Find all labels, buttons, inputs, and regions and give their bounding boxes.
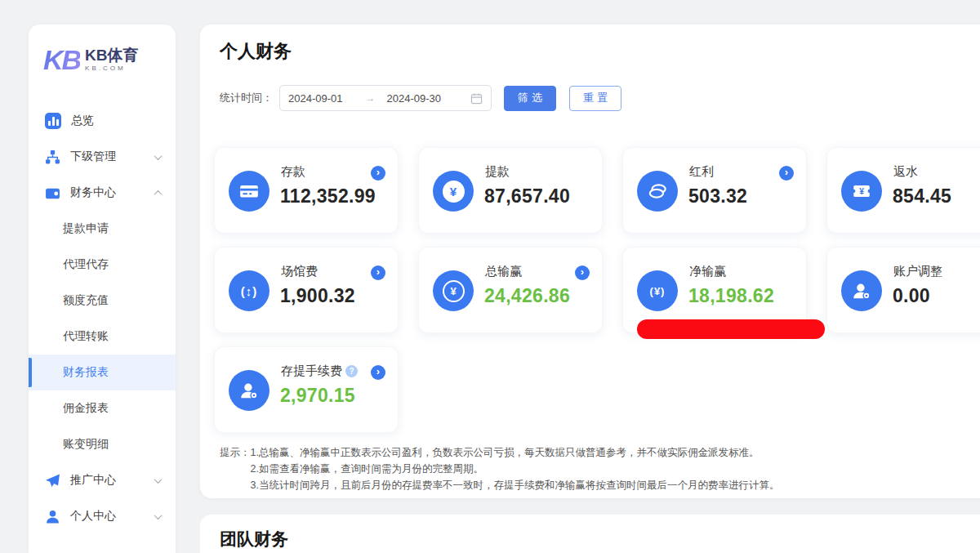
sidebar-item-finance-report-active[interactable]: 财务报表	[29, 355, 176, 390]
brand-name: KB体育	[85, 47, 138, 65]
card-account-adjustment[interactable]: 账户调整 0.00	[826, 247, 980, 333]
coins-icon	[637, 171, 678, 212]
sidebar-item-account-changes[interactable]: 账变明细	[29, 426, 176, 462]
stat-cards-grid: 存款 › 112,352.99 ¥ 提款 87,657.40 红利 › 503.…	[214, 147, 980, 433]
card-value: 112,352.99	[280, 185, 376, 207]
card-label: 红利	[689, 164, 714, 180]
tips-line-2: 2.如需查看净输赢，查询时间需为月份的完整周期。	[251, 461, 780, 477]
arrow-right-icon[interactable]: ›	[575, 265, 590, 280]
sidebar-item-label: 佣金报表	[63, 401, 109, 416]
filter-row: 统计时间： 2024-09-01 → 2024-09-30 筛选 重置	[220, 85, 621, 111]
card-label: 账户调整	[893, 264, 942, 279]
card-venue-fee[interactable]: (↕) 场馆费 › 1,900.32	[214, 247, 399, 333]
sidebar-item-label: 代理转账	[63, 329, 109, 344]
sidebar-menu: 总览 下级管理 财务中心 提款申请 代理代存 额	[29, 103, 176, 534]
calendar-icon[interactable]	[470, 92, 483, 105]
card-rebate[interactable]: ¥ 返水 854.45	[826, 147, 980, 234]
card-total-winloss[interactable]: ¥ 总输赢 › 24,426.86	[418, 247, 603, 333]
bar-chart-icon	[45, 113, 61, 129]
net-winloss-icon: (¥)	[637, 270, 678, 311]
sidebar-item-label: 额度充值	[63, 293, 109, 308]
venue-fee-icon: (↕)	[229, 270, 270, 311]
sidebar-item-label: 财务中心	[70, 185, 116, 200]
sidebar-item-agent-deposit[interactable]: 代理代存	[29, 247, 176, 283]
card-label: 净输赢	[689, 264, 726, 279]
card-value: 24,426.86	[484, 285, 570, 307]
org-tree-icon	[45, 149, 60, 165]
sidebar-item-label: 财务报表	[63, 365, 109, 380]
coin-ring-yen-icon: ¥	[433, 270, 474, 311]
arrow-right-icon[interactable]: ›	[371, 365, 385, 380]
reset-button[interactable]: 重置	[569, 86, 621, 111]
user-gear-icon	[229, 370, 270, 411]
sidebar-item-label: 提款申请	[63, 221, 109, 236]
card-transaction-fee[interactable]: 存提手续费 ? › 2,970.15	[214, 346, 399, 433]
card-bonus[interactable]: 红利 › 503.32	[622, 147, 807, 234]
date-range-picker[interactable]: 2024-09-01 → 2024-09-30	[279, 85, 492, 111]
end-date-value[interactable]: 2024-09-30	[387, 92, 442, 105]
sidebar-item-overview[interactable]: 总览	[29, 103, 176, 139]
sidebar-item-label: 个人中心	[70, 509, 116, 524]
card-label: 返水	[893, 164, 918, 180]
arrow-right-icon[interactable]: ›	[371, 265, 385, 280]
sidebar-item-label: 推广中心	[70, 473, 116, 488]
help-question-icon[interactable]: ?	[345, 365, 358, 377]
card-deposit[interactable]: 存款 › 112,352.99	[214, 147, 399, 234]
sidebar-item-promotion-center[interactable]: 推广中心	[29, 462, 176, 498]
sidebar-item-commission-report[interactable]: 佣金报表	[29, 390, 176, 426]
arrow-right-icon[interactable]: ›	[371, 166, 385, 181]
card-value: 87,657.40	[484, 185, 570, 207]
sidebar-item-label: 账变明细	[63, 437, 109, 452]
card-value: 0.00	[893, 285, 930, 307]
tips-line-1: 1.总输赢、净输赢中正数表示公司盈利，负数表示公司亏损，每天数据只做普通参考，并…	[251, 444, 780, 461]
card-value: 2,970.15	[280, 385, 355, 407]
tips-prefix: 提示：	[220, 444, 251, 493]
chevron-up-icon	[154, 190, 163, 198]
kb-logo-icon: KB	[43, 46, 80, 74]
sidebar-item-label: 下级管理	[70, 149, 116, 164]
svg-text:¥: ¥	[859, 187, 864, 196]
card-value: 18,198.62	[688, 285, 774, 307]
chevron-down-icon	[154, 152, 163, 160]
arrow-right-icon[interactable]: ›	[779, 166, 794, 181]
tips-line-3: 3.当统计时间跨月，且前后月份的存提费率不一致时，存提手续费和净输赢将按查询时间…	[251, 477, 780, 493]
card-label: 存款	[281, 164, 305, 180]
red-highlight-marker	[637, 319, 825, 339]
user-gear-icon	[841, 270, 882, 311]
team-finance-panel: 团队财务	[200, 515, 980, 553]
sidebar-item-agent-transfer[interactable]: 代理转账	[29, 319, 176, 355]
sidebar-item-label: 总览	[71, 114, 94, 128]
sidebar: KB KB体育 KB.COM 总览 下级管理 财务中心	[29, 25, 176, 553]
team-section-title: 团队财务	[220, 528, 288, 551]
paper-plane-icon	[45, 473, 60, 488]
sidebar-item-personal-center[interactable]: 个人中心	[29, 498, 176, 534]
card-value: 503.32	[688, 185, 747, 207]
card-value: 854.45	[893, 185, 951, 207]
wallet-icon	[45, 185, 60, 201]
card-withdrawal[interactable]: ¥ 提款 87,657.40	[418, 147, 603, 234]
page-title: 个人财务	[220, 39, 292, 64]
credit-card-icon	[229, 171, 270, 212]
start-date-value[interactable]: 2024-09-01	[288, 92, 343, 105]
sidebar-item-label: 代理代存	[63, 257, 109, 272]
brand-domain: KB.COM	[85, 65, 138, 72]
tips-block: 提示： 1.总输赢、净输赢中正数表示公司盈利，负数表示公司亏损，每天数据只做普通…	[220, 444, 779, 493]
personal-finance-panel: 个人财务 统计时间： 2024-09-01 → 2024-09-30 筛选 重置	[200, 25, 980, 498]
card-label: 提款	[485, 164, 510, 180]
sidebar-item-finance-center[interactable]: 财务中心	[29, 175, 176, 211]
card-label: 总输赢	[485, 264, 522, 279]
brand-logo: KB KB体育 KB.COM	[29, 25, 176, 74]
yen-coin-icon: ¥	[433, 171, 474, 212]
sidebar-item-quota-recharge[interactable]: 额度充值	[29, 283, 176, 319]
card-label-text: 存提手续费	[281, 363, 342, 379]
ticket-yen-icon: ¥	[841, 171, 882, 212]
sidebar-item-sub-mgmt[interactable]: 下级管理	[29, 139, 176, 175]
filter-button[interactable]: 筛选	[504, 86, 556, 111]
stat-time-label: 统计时间：	[220, 91, 273, 105]
card-label: 场馆费	[281, 264, 318, 279]
sidebar-item-withdraw-request[interactable]: 提款申请	[29, 211, 176, 247]
date-arrow-separator: →	[366, 92, 376, 104]
chevron-down-icon	[154, 475, 163, 484]
user-icon	[45, 509, 60, 524]
card-value: 1,900.32	[280, 285, 355, 307]
